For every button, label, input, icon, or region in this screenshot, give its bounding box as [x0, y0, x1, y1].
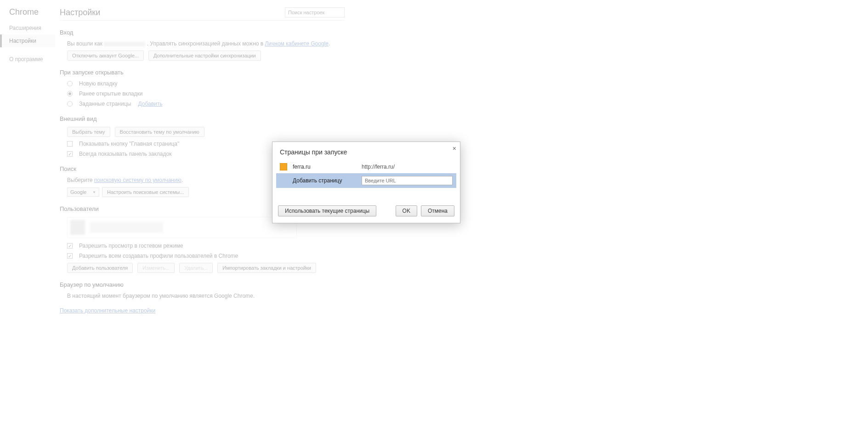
use-current-pages-button[interactable]: Использовать текущие страницы	[278, 205, 376, 216]
ok-button[interactable]: OK	[396, 205, 417, 216]
dialog-title: Страницы при запуске	[280, 148, 347, 156]
close-icon[interactable]: ×	[453, 145, 456, 152]
add-page-url-input[interactable]	[362, 176, 453, 185]
add-page-label: Добавить страницу	[280, 177, 362, 184]
startup-page-row[interactable]: ferra.ru http://ferra.ru/	[276, 160, 456, 173]
cancel-button[interactable]: Отмена	[421, 205, 454, 216]
startup-page-name: ferra.ru	[293, 164, 362, 170]
add-page-row: Добавить страницу	[276, 173, 456, 188]
startup-page-url: http://ferra.ru/	[362, 164, 395, 170]
startup-pages-dialog: Страницы при запуске × ferra.ru http://f…	[272, 142, 460, 223]
site-favicon-icon	[280, 163, 287, 170]
